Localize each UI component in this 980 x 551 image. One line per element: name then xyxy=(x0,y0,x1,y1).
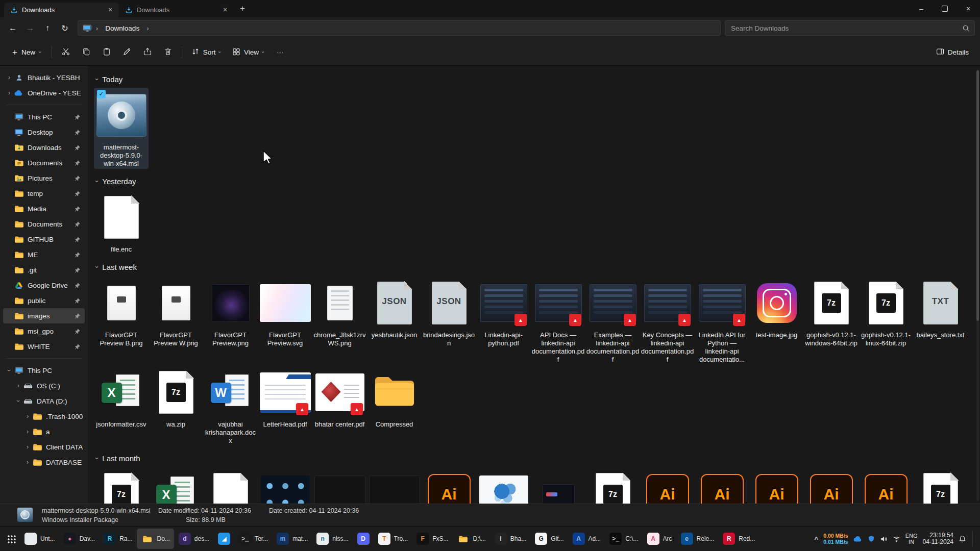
tab-close-icon[interactable]: × xyxy=(106,6,115,15)
group-header[interactable]: ›Yesterday xyxy=(96,177,977,186)
file-adobestock-594399656-ai[interactable]: AiAdobeStock_594399656.ai xyxy=(859,467,913,504)
file-vajubhai-krishanapark-docx[interactable]: Wvajubhai krishanapark.docx xyxy=(203,365,258,446)
file-compressed[interactable]: Compressed xyxy=(367,365,422,430)
file-brindadesings-json[interactable]: JSONbrindadesings.json xyxy=(422,276,476,348)
sidebar-item-pictures[interactable]: Pictures xyxy=(3,170,85,186)
sidebar-item-onedrive-yese[interactable]: ›OneDrive - YESE xyxy=(3,85,85,101)
taskbar-app-file-explorer[interactable]: Do... xyxy=(137,529,174,549)
checkbox-checked-icon[interactable]: ✓ xyxy=(97,90,106,98)
tab-close-icon[interactable]: × xyxy=(220,6,230,15)
file-yesbhautik-json[interactable]: JSONyesbhautik.json xyxy=(367,276,422,340)
share-button[interactable] xyxy=(138,43,157,61)
clock[interactable]: 23:19:54 04-11-2024 xyxy=(923,532,954,546)
taskbar-app-fxsound[interactable]: FFxS... xyxy=(412,529,452,549)
group-header[interactable]: ›Today xyxy=(96,75,977,84)
chevron-right-icon[interactable]: › xyxy=(23,443,32,450)
close-button[interactable]: × xyxy=(957,0,980,17)
taskbar-app-designer[interactable]: ddes... xyxy=(175,529,213,549)
tray-chevron-up-icon[interactable]: ^ xyxy=(815,535,819,543)
group-header[interactable]: ›Last week xyxy=(96,263,977,271)
file-voucher-xlsx[interactable]: Xvoucher.xlsx xyxy=(149,467,203,504)
chevron-right-icon[interactable]: › xyxy=(23,413,32,420)
file-key-concepts-linkedin-api-documentation-pdf[interactable]: ▲Key Concepts — linkedin-api documentati… xyxy=(640,276,695,365)
taskbar-app-vscode[interactable]: ◢ xyxy=(214,529,234,549)
refresh-button[interactable]: ↻ xyxy=(56,20,74,36)
file-baileys-store-txt[interactable]: TXTbaileys_store.txt xyxy=(913,276,968,340)
file-flavorgpt-preview-svg[interactable]: FlavorGPT Preview.svg xyxy=(258,276,312,348)
explorer-tab[interactable]: Downloads× xyxy=(119,3,234,17)
file-yashvidotdev-assignmentrepo-main-zip[interactable]: 7zyashvidotdev_AssignmentRepo-main.zip xyxy=(585,467,640,504)
show-desktop-button[interactable] xyxy=(972,531,975,546)
sidebar-item-documents[interactable]: Documents xyxy=(3,155,85,170)
taskbar-app-arc[interactable]: AArc xyxy=(643,529,676,549)
chevron-right-icon[interactable]: › xyxy=(5,74,13,81)
new-button[interactable]: + New › xyxy=(6,43,47,61)
sidebar-item-trash-1000[interactable]: ›.Trash-1000 xyxy=(3,409,85,424)
new-tab-button[interactable]: + xyxy=(236,2,249,15)
file-linkedin-api-for-python-linkedin-api-documentatio[interactable]: ▲LinkedIn API for Python — linkedin-api … xyxy=(695,276,749,365)
net-speed-indicator[interactable]: 0.00 MB/s 0.01 MB/s xyxy=(823,533,848,545)
cut-button[interactable] xyxy=(56,43,76,61)
taskbar-app-release[interactable]: eRele... xyxy=(677,529,719,549)
sidebar-item-bhautik-yesbh[interactable]: ›Bhautik - YESBH xyxy=(3,70,85,85)
back-button[interactable]: ← xyxy=(4,20,21,36)
file-adobestock-594399656-copy-ai[interactable]: AiAdobeStock_594399656 - Copy.ai xyxy=(804,467,859,504)
file-document-zip[interactable]: 7zDOCUMENT.zip xyxy=(913,467,968,504)
breadcrumb-downloads[interactable]: Downloads xyxy=(102,23,142,33)
language-indicator[interactable]: ENG IN xyxy=(905,533,918,545)
file-adobestock-684425862-ai[interactable]: AiAdobeStock_684425862.ai xyxy=(695,467,749,504)
file-rectangle-6-png[interactable]: Rectangle 6.png xyxy=(312,467,367,504)
file-flavorgpt-preview-png[interactable]: FlavorGPT Preview.png xyxy=(203,276,258,348)
rename-button[interactable] xyxy=(117,43,137,61)
search-input[interactable] xyxy=(730,24,962,33)
file-examples-linkedin-api-documentation-pdf[interactable]: ▲Examples — linkedin-api documentation.p… xyxy=(585,276,640,365)
sidebar-item-documents[interactable]: Documents xyxy=(3,216,85,232)
sort-button[interactable]: Sort › xyxy=(186,43,226,61)
sidebar-item-public[interactable]: public xyxy=(3,293,85,308)
file-file-enc[interactable]: file.enc xyxy=(94,190,149,255)
file-adobestock-594399656-converted-copy-ai[interactable]: AiAdobeStock_594399656 [Converted] copy.… xyxy=(640,467,695,504)
more-options-button[interactable]: ··· xyxy=(271,43,290,61)
file-api-docs-linkedin-api-documentation-pdf[interactable]: ▲API Docs — linkedin-api documentation.p… xyxy=(531,276,585,365)
sidebar-item-media[interactable]: Media xyxy=(3,201,85,216)
security-shield-icon[interactable] xyxy=(868,535,875,542)
file-wa-zip[interactable]: 7zwa.zip xyxy=(149,365,203,430)
maximize-button[interactable] xyxy=(933,0,957,17)
file-bhautik-png[interactable]: BHAUTIK.png xyxy=(531,467,585,504)
vertical-scrollbar[interactable] xyxy=(976,69,979,501)
chevron-down-icon[interactable]: › xyxy=(15,397,22,405)
up-button[interactable]: ↑ xyxy=(39,20,56,36)
chevron-right-icon[interactable]: › xyxy=(5,89,13,96)
file-flavorgpt-preview-b-png[interactable]: FlavorGPT Preview B.png xyxy=(94,276,149,348)
taskbar-app-davinci[interactable]: ●Dav... xyxy=(60,529,99,549)
search-box[interactable] xyxy=(725,20,975,36)
file-adobestock-684401528-ai[interactable]: AiAdobeStock_684401528.ai xyxy=(749,467,804,504)
sidebar-item-os-c[interactable]: ›OS (C:) xyxy=(3,378,85,393)
chevron-right-icon[interactable]: › xyxy=(23,459,32,466)
network-icon[interactable] xyxy=(893,535,900,543)
scrollbar-thumb[interactable] xyxy=(976,70,979,321)
chevron-down-icon[interactable]: › xyxy=(6,366,13,374)
taskbar-app-terminal[interactable]: >_Ter... xyxy=(235,529,272,549)
sidebar-item-this-pc[interactable]: ›This PC xyxy=(3,363,85,378)
taskbar-app-adobe[interactable]: AAd... xyxy=(569,529,605,549)
sidebar-item-client-data[interactable]: ›Client DATA xyxy=(3,439,85,455)
delete-button[interactable] xyxy=(158,43,178,61)
sidebar-item-data-d[interactable]: ›DATA (D:) xyxy=(3,393,85,409)
sidebar-item-white[interactable]: WHITE xyxy=(3,339,85,354)
address-bar[interactable]: › Downloads › xyxy=(78,20,721,36)
onedrive-icon[interactable] xyxy=(853,536,863,542)
group-header[interactable]: ›Last month xyxy=(96,454,977,463)
file-flavorgpt-preview-w-png[interactable]: FlavorGPT Preview W.png xyxy=(149,276,203,348)
chevron-right-icon[interactable]: › xyxy=(23,428,32,435)
view-button[interactable]: View › xyxy=(227,43,270,61)
explorer-tab[interactable]: Downloads× xyxy=(4,3,119,17)
chevron-right-icon[interactable]: › xyxy=(14,382,22,389)
copy-button[interactable] xyxy=(77,43,96,61)
sidebar-item-desktop[interactable]: Desktop xyxy=(3,124,85,140)
forward-button[interactable]: → xyxy=(21,20,39,36)
sidebar-item-downloads[interactable]: Downloads xyxy=(3,140,85,155)
sidebar-item-git[interactable]: .git xyxy=(3,262,85,278)
file-rectangle-7-png[interactable]: Rectangle 7.png xyxy=(367,467,422,504)
sidebar-item-me[interactable]: ME xyxy=(3,247,85,262)
